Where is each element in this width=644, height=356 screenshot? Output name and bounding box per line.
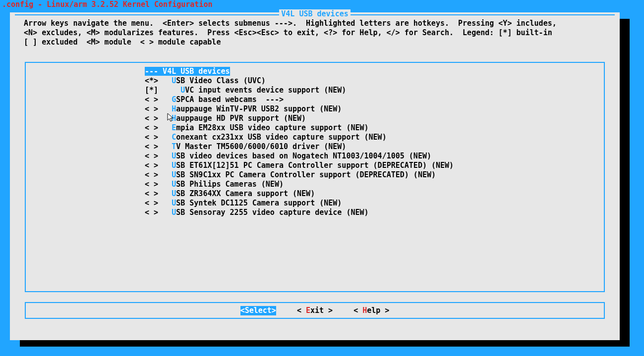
menu-item[interactable]: < > USB ZR364XX Camera support (NEW) bbox=[26, 189, 604, 199]
exit-button[interactable]: < Exit > bbox=[297, 306, 333, 315]
menu-item[interactable]: < > USB Philips Cameras (NEW) bbox=[26, 180, 604, 189]
menu-item[interactable]: < > Hauppauge WinTV-PVR USB2 support (NE… bbox=[26, 104, 604, 114]
dialog-box: V4L USB devices Arrow keys navigate the … bbox=[10, 12, 620, 340]
menu-item[interactable]: < > USB Syntek DC1125 Camera support (NE… bbox=[26, 199, 604, 208]
terminal-screen: .config - Linux/arm 3.2.52 Kernel Config… bbox=[0, 0, 644, 356]
menu-item[interactable]: < > USB Sensoray 2255 video capture devi… bbox=[26, 208, 604, 217]
menu-item[interactable]: < > Hauppauge HD PVR support (NEW) bbox=[26, 114, 604, 123]
menu-title: V4L USB devices bbox=[279, 9, 350, 18]
menu-item[interactable]: < > Empia EM28xx USB video capture suppo… bbox=[26, 123, 604, 133]
menu-list[interactable]: --- V4L USB devices<*> USB Video Class (… bbox=[25, 62, 605, 292]
menu-item[interactable]: [*] UVC input events device support (NEW… bbox=[26, 86, 604, 95]
window-title: .config - Linux/arm 3.2.52 Kernel Config… bbox=[0, 0, 644, 9]
menu-item[interactable]: < > USB SN9C1xx PC Camera Controller sup… bbox=[26, 170, 604, 180]
select-button[interactable]: <Select> bbox=[240, 306, 276, 315]
instructions-text: Arrow keys navigate the menu. <Enter> se… bbox=[10, 19, 620, 47]
menu-item[interactable]: < > Conexant cx231xx USB video capture s… bbox=[26, 133, 604, 142]
help-button[interactable]: < Help > bbox=[353, 306, 389, 315]
button-bar: <Select> < Exit > < Help > bbox=[25, 302, 605, 319]
menu-item[interactable]: < > TV Master TM5600/6000/6010 driver (N… bbox=[26, 142, 604, 152]
menu-item[interactable]: --- V4L USB devices bbox=[26, 67, 604, 76]
menu-item[interactable]: < > USB ET61X[12]51 PC Camera Controller… bbox=[26, 161, 604, 170]
menu-item[interactable]: < > GSPCA based webcams ---> bbox=[26, 95, 604, 104]
menu-item[interactable]: <*> USB Video Class (UVC) bbox=[26, 76, 604, 86]
menu-item[interactable]: < > USB video devices based on Nogatech … bbox=[26, 152, 604, 161]
